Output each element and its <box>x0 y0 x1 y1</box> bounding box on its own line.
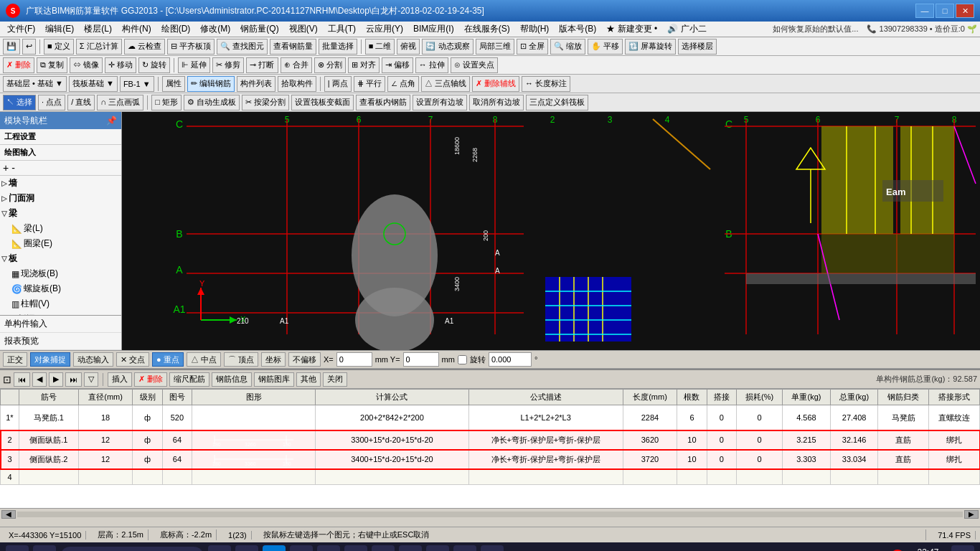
tb-top-view[interactable]: 俯视 <box>397 39 420 55</box>
tb-set-all-slope[interactable]: 设置所有边坡 <box>413 95 467 110</box>
tb-three-slope[interactable]: 三点定义斜筏板 <box>526 95 588 110</box>
tb-pan[interactable]: ✋ 平移 <box>588 39 623 55</box>
minimize-button[interactable]: — <box>915 4 934 18</box>
close-button[interactable]: ✕ <box>956 4 974 18</box>
taskbar-cortana[interactable]: ◉ <box>235 545 258 551</box>
tbl-prev-first[interactable]: ⏮ <box>14 372 30 387</box>
snap-endpoint[interactable]: ● 重点 <box>152 352 184 367</box>
tb-edit-rebar[interactable]: ✏ 编辑钢筋 <box>187 76 235 92</box>
tb-undo[interactable]: ↩ <box>22 39 36 55</box>
menu-floor[interactable]: 楼层(L) <box>80 22 116 37</box>
sidebar-item-col-cap[interactable]: ▥柱帽(V) <box>0 296 121 311</box>
tbl-close[interactable]: 关闭 <box>323 372 347 387</box>
menu-rebar[interactable]: 钢筋量(Q) <box>236 22 283 37</box>
tb-property[interactable]: 属性 <box>162 76 185 92</box>
tb-view-board-rebar[interactable]: 查看板内钢筋 <box>356 95 410 110</box>
tb-length-mark[interactable]: ↔ 长度标注 <box>522 76 570 92</box>
sidebar-item-cast-slab[interactable]: ▦现浇板(B) <box>0 266 121 281</box>
menu-modify[interactable]: 修改(M) <box>196 22 235 37</box>
taskbar-app2[interactable]: 📋 <box>426 545 449 551</box>
tb-arc[interactable]: ∩ 三点画弧 <box>97 95 143 110</box>
taskbar-search-input[interactable] <box>60 547 204 551</box>
start-button[interactable]: ⊞ <box>6 545 29 551</box>
sidebar-project-setting[interactable]: 工程设置 <box>0 129 121 145</box>
taskbar-app3[interactable]: 🔧 <box>453 545 476 551</box>
sidebar-item-beam[interactable]: 📐梁(L) <box>0 221 121 236</box>
menu-cloud[interactable]: 云应用(Y) <box>362 22 407 37</box>
tb-pick[interactable]: 拾取构件 <box>278 76 316 92</box>
tb-move[interactable]: ✛ 移动 <box>105 57 136 73</box>
sidebar-item-spiral-slab[interactable]: 🌀螺旋板(B) <box>0 281 121 296</box>
sidebar-drawing-input[interactable]: 绘图输入 <box>0 145 121 161</box>
menu-draw[interactable]: 绘图(D) <box>157 22 195 37</box>
tb-delete-aux[interactable]: ✗ 删除辅线 <box>472 76 519 92</box>
rotate-input[interactable] <box>489 352 532 367</box>
tb-fullscreen[interactable]: ⊡ 全屏 <box>517 39 548 55</box>
tb-dynamic[interactable]: 🔄 动态观察 <box>422 39 473 55</box>
tb-batch-select[interactable]: 批量选择 <box>319 39 357 55</box>
y-input[interactable] <box>403 352 439 367</box>
taskbar-ie[interactable]: e <box>290 545 313 551</box>
table-row[interactable]: 1* 马凳筋.1 18 ф 520 <box>1 405 980 430</box>
layer-selector[interactable]: 基础层 • 基础 ▼ <box>3 76 67 92</box>
snap-ortho[interactable]: 正交 <box>3 352 27 367</box>
table-row[interactable]: 2 侧面纵筋.1 12 ф 64 180 <box>1 430 980 450</box>
tb-parallel[interactable]: ⋕ 平行 <box>354 76 385 92</box>
tbl-delete[interactable]: ✗ 删除 <box>134 372 167 387</box>
tb-find[interactable]: 🔍 查找图元 <box>217 39 268 55</box>
tb-cancel-slope[interactable]: 取消所有边坡 <box>469 95 524 110</box>
scroll-left[interactable]: ◀ <box>1 510 16 519</box>
snap-dynamic-input[interactable]: 动态输入 <box>73 352 113 367</box>
sidebar-expand-all[interactable]: + <box>3 162 9 174</box>
tb-component-list[interactable]: 构件列表 <box>237 76 275 92</box>
menu-view[interactable]: 视图(V) <box>285 22 322 37</box>
taskbar-ie2[interactable]: e <box>317 545 340 551</box>
sidebar-single-input[interactable]: 单构件输入 <box>0 316 121 333</box>
menu-tools[interactable]: 工具(T) <box>324 22 360 37</box>
x-input[interactable] <box>336 352 372 367</box>
tbl-rebar-info[interactable]: 钢筋信息 <box>212 372 252 387</box>
tb-copy[interactable]: ⧉ 复制 <box>37 57 67 73</box>
menu-version[interactable]: 版本号(B) <box>555 22 600 37</box>
tb-zoom[interactable]: 🔍 缩放 <box>550 39 585 55</box>
tb-resize[interactable]: ⊡ <box>3 374 11 385</box>
sidebar-pin[interactable]: 📌 <box>106 116 117 126</box>
menu-bim[interactable]: BIM应用(I) <box>409 22 458 37</box>
taskbar-chrome[interactable]: G <box>372 545 395 551</box>
tb-two-point[interactable]: | 两点 <box>324 76 352 92</box>
tb-break[interactable]: ⊸ 打断 <box>246 57 278 73</box>
tb-define[interactable]: ■ 定义 <box>44 39 74 55</box>
menu-edit[interactable]: 编辑(E) <box>41 22 78 37</box>
tb-sum[interactable]: Σ 汇总计算 <box>76 39 122 55</box>
h-scrollbar[interactable]: ◀ ▶ <box>0 508 980 519</box>
tb-flatten[interactable]: ⊟ 平齐板顶 <box>167 39 215 55</box>
search-button[interactable]: 🔍 <box>33 545 56 551</box>
tbl-prev[interactable]: ◀ <box>32 372 47 387</box>
tb-extend[interactable]: ⊩ 延伸 <box>178 57 210 73</box>
tb-stretch[interactable]: ↔ 拉伸 <box>415 57 448 73</box>
taskbar-edge[interactable]: e <box>263 545 286 551</box>
taskbar-app1[interactable]: 📊 <box>399 545 422 551</box>
rotate-checkbox[interactable] <box>458 355 467 364</box>
tb-merge[interactable]: ⊕ 合并 <box>281 57 312 73</box>
tb-split-beam[interactable]: ✂ 按梁分割 <box>242 95 289 110</box>
sidebar-item-door[interactable]: ▷门面洞 <box>0 191 121 206</box>
sidebar-item-ring-beam[interactable]: 📐圈梁(E) <box>0 236 121 251</box>
tb-point[interactable]: · 点点 <box>38 95 65 110</box>
tb-rotate[interactable]: 🔃 屏幕旋转 <box>625 39 676 55</box>
table-row[interactable]: 4 <box>1 469 980 485</box>
taskbar-mic[interactable]: 🎤 <box>208 545 231 551</box>
snap-vertex[interactable]: ⌒ 顶点 <box>224 352 258 367</box>
taskbar-notification[interactable]: 🔔 <box>951 545 974 551</box>
type-selector[interactable]: 筏板基础 ▼ <box>69 76 118 92</box>
tb-mirror[interactable]: ⇔ 镜像 <box>70 57 103 73</box>
tbl-next-last[interactable]: ⏭ <box>65 372 82 387</box>
tbl-insert[interactable]: 插入 <box>108 372 132 387</box>
menu-online[interactable]: 在线服务(S) <box>460 22 514 37</box>
tb-set-section[interactable]: 设置筏板变截面 <box>291 95 354 110</box>
tbl-rebar-lib[interactable]: 钢筋图库 <box>254 372 294 387</box>
menu-new-change[interactable]: ★ 新建变更 • <box>602 22 661 37</box>
tbl-next[interactable]: ▶ <box>49 372 63 387</box>
tb-split[interactable]: ⊗ 分割 <box>314 57 346 73</box>
snap-coord[interactable]: 坐标 <box>261 352 286 367</box>
